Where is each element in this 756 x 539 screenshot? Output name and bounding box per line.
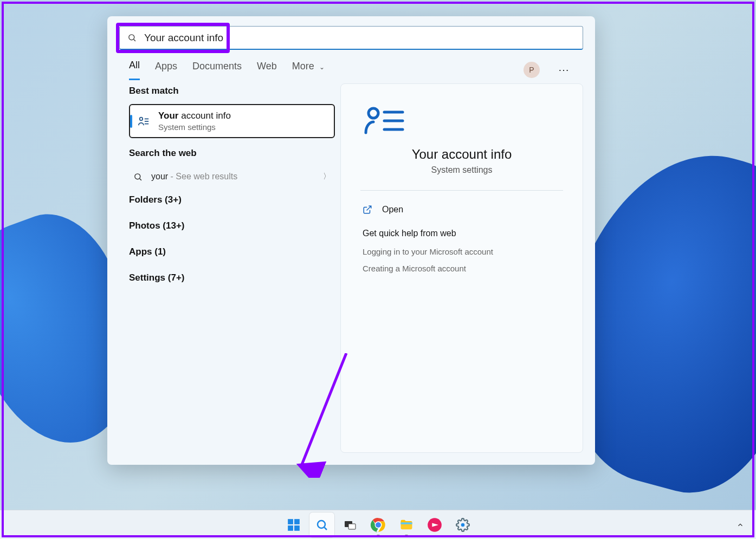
svg-point-6 <box>135 173 140 179</box>
best-match-subtitle: System settings <box>158 122 231 132</box>
category-settings[interactable]: Settings (7+) <box>129 265 335 291</box>
search-web-heading: Search the web <box>129 148 335 159</box>
web-search-result[interactable]: your - See web results 〉 <box>129 166 335 187</box>
tab-all[interactable]: All <box>129 60 140 80</box>
svg-line-12 <box>367 206 371 210</box>
svg-line-19 <box>324 527 326 529</box>
category-photos[interactable]: Photos (13+) <box>129 213 335 239</box>
svg-rect-25 <box>400 522 412 524</box>
app-button[interactable] <box>422 512 447 537</box>
chevron-right-icon: 〉 <box>323 172 331 181</box>
svg-line-7 <box>140 178 141 180</box>
tab-web[interactable]: Web <box>257 61 277 80</box>
user-avatar[interactable]: P <box>524 62 540 78</box>
open-action[interactable]: Open <box>363 202 561 225</box>
open-icon <box>363 205 372 215</box>
category-folders[interactable]: Folders (3+) <box>129 187 335 213</box>
svg-point-18 <box>318 521 325 528</box>
start-button[interactable] <box>281 512 306 537</box>
detail-pane: Your account info System settings Open G… <box>340 83 583 453</box>
detail-hero-icon <box>363 105 561 137</box>
category-apps[interactable]: Apps (1) <box>129 239 335 265</box>
tab-more[interactable]: More ⌄ <box>292 61 325 80</box>
svg-rect-15 <box>294 519 300 524</box>
svg-rect-21 <box>348 524 356 529</box>
best-match-title: Your account info <box>158 111 231 121</box>
running-indicator <box>377 535 380 536</box>
windows-logo-icon <box>287 518 301 532</box>
search-window: All Apps Documents Web More ⌄ P ⋯ Best m… <box>107 16 595 465</box>
help-link-login[interactable]: Logging in to your Microsoft account <box>363 247 561 256</box>
search-icon <box>133 172 143 181</box>
overflow-menu[interactable]: ⋯ <box>555 63 573 76</box>
tab-more-label: More <box>292 61 314 72</box>
web-term: your <box>151 172 168 181</box>
search-input[interactable] <box>144 32 575 44</box>
task-view-button[interactable] <box>338 512 363 537</box>
gear-icon <box>456 518 470 532</box>
svg-point-0 <box>129 35 134 40</box>
tab-documents[interactable]: Documents <box>192 61 242 80</box>
chrome-button[interactable] <box>366 512 391 537</box>
chevron-up-icon <box>736 521 744 529</box>
search-icon <box>315 518 328 531</box>
app-icon <box>427 517 442 532</box>
svg-point-27 <box>461 523 464 527</box>
chevron-down-icon: ⌄ <box>319 63 325 71</box>
help-link-create[interactable]: Creating a Microsoft account <box>363 264 561 273</box>
running-indicator <box>405 535 408 536</box>
svg-rect-17 <box>294 525 300 531</box>
divider <box>360 190 563 191</box>
taskbar <box>0 510 756 539</box>
search-icon <box>127 33 137 42</box>
web-suffix: - See web results <box>168 172 237 181</box>
account-info-icon <box>138 115 150 127</box>
svg-point-24 <box>375 522 380 527</box>
help-heading: Get quick help from web <box>363 229 561 238</box>
detail-title: Your account info <box>363 147 561 162</box>
detail-subtitle: System settings <box>363 165 561 175</box>
open-label: Open <box>382 205 403 215</box>
tab-apps[interactable]: Apps <box>155 61 177 80</box>
file-explorer-button[interactable] <box>394 512 419 537</box>
tray-overflow-button[interactable] <box>731 518 749 532</box>
svg-point-8 <box>369 108 378 118</box>
chrome-icon <box>371 517 386 532</box>
best-match-result[interactable]: Your account info System settings <box>129 104 335 138</box>
svg-rect-16 <box>288 525 293 531</box>
best-match-heading: Best match <box>129 86 335 96</box>
search-bar[interactable] <box>119 26 583 50</box>
selection-indicator <box>130 115 132 128</box>
task-view-icon <box>344 518 357 531</box>
search-tabs: All Apps Documents Web More ⌄ P ⋯ <box>107 54 595 80</box>
svg-point-2 <box>140 117 143 120</box>
svg-line-1 <box>134 40 135 41</box>
settings-button[interactable] <box>450 512 475 537</box>
results-column: Best match Your account info System sett… <box>129 83 335 453</box>
folder-icon <box>399 517 414 532</box>
svg-rect-14 <box>288 519 293 524</box>
search-button[interactable] <box>309 512 334 537</box>
system-tray <box>731 510 749 539</box>
